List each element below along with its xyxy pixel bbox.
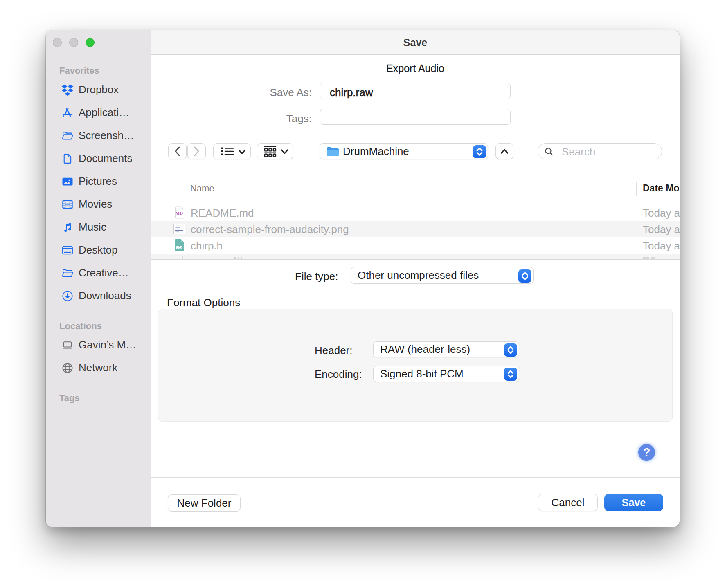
svg-text:MD: MD: [176, 211, 183, 215]
